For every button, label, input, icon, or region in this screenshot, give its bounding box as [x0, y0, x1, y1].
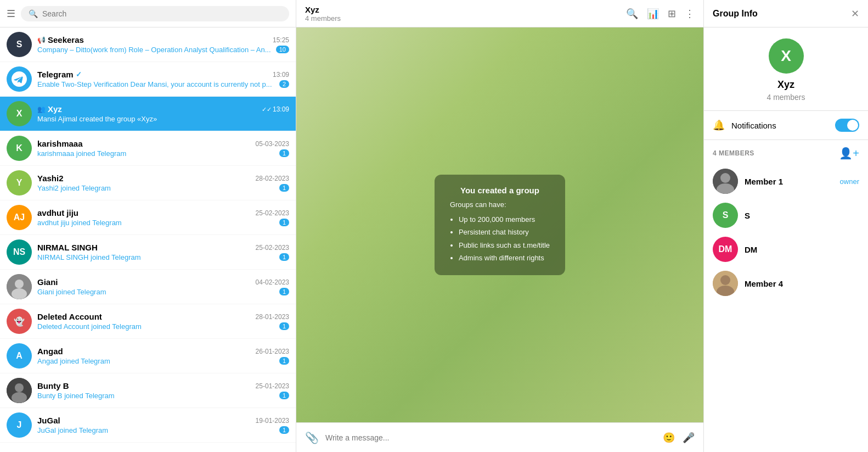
svg-point-2	[12, 288, 27, 299]
chat-item[interactable]: NS NIRMAL SINGH 25-02-2023 NIRMAL SINGH …	[0, 235, 296, 270]
chat-time-label: 05-03-2023	[256, 140, 289, 148]
chat-name: Telegram ✓	[37, 70, 82, 79]
group-members-count: 4 members	[766, 93, 805, 102]
search-icon[interactable]: 🔍	[626, 8, 638, 20]
avatar: J	[7, 412, 32, 438]
chat-name: Bunty B	[37, 381, 69, 390]
chat-name: NIRMAL SINGH	[37, 243, 98, 252]
add-member-button[interactable]: 👤+	[839, 147, 859, 160]
svg-point-4	[15, 383, 24, 392]
main-chat: Xyz 4 members 🔍 📊 ⊞ ⋮ You created a grou…	[296, 0, 703, 452]
chat-top: Bunty B 25-01-2023	[37, 381, 289, 390]
chat-item[interactable]: X 👥Xyz ✓✓13:09 Mansi Ajimal created the …	[0, 97, 296, 131]
avatar: NS	[7, 239, 32, 265]
info-box-item: Admins with different rights	[459, 252, 550, 264]
svg-point-1	[15, 280, 24, 288]
chat-name: Giani	[37, 277, 58, 287]
member-item[interactable]: DM DM	[704, 232, 868, 266]
chat-item[interactable]: K karishmaaa 05-03-2023 karishmaaa joine…	[0, 131, 296, 166]
chat-item[interactable]: 👻 Deleted Account 28-01-2023 Deleted Acc…	[0, 304, 296, 339]
unread-badge: 10	[276, 46, 289, 53]
chat-item[interactable]: Bunty B 25-01-2023 Bunty B joined Telegr…	[0, 373, 296, 408]
chat-preview: Mansi Ajimal created the group «Xyz»	[37, 115, 157, 123]
info-box-title: You created a group	[450, 186, 550, 195]
chat-info: avdhut jiju 25-02-2023 avdhut jiju joine…	[37, 208, 289, 227]
columns-icon[interactable]: ⊞	[668, 8, 676, 20]
chat-item[interactable]: A Angad 26-01-2023 Angad joined Telegram…	[0, 339, 296, 373]
svg-point-10	[720, 275, 730, 285]
chat-time-label: 28-01-2023	[256, 313, 289, 321]
chat-top: JuGal 19-01-2023	[37, 416, 289, 425]
chat-header: Xyz 4 members 🔍 📊 ⊞ ⋮	[296, 0, 703, 27]
member-avatar: S	[713, 203, 738, 228]
avatar	[7, 378, 32, 403]
chat-time: 28-02-2023	[256, 175, 289, 182]
chat-item[interactable]: AJ avdhut jiju 25-02-2023 avdhut jiju jo…	[0, 200, 296, 235]
member-item[interactable]: Member 1 owner	[704, 164, 868, 198]
unread-badge: 1	[279, 253, 289, 261]
chat-top: karishmaaa 05-03-2023	[37, 139, 289, 148]
chat-header-sub: 4 members	[305, 14, 619, 23]
chat-name: Yashi2	[37, 174, 64, 183]
chat-time: 13:09	[273, 105, 289, 113]
search-input[interactable]	[42, 9, 281, 18]
avatar: X	[7, 101, 32, 126]
chat-time-label: 15:25	[273, 36, 289, 44]
chat-preview: Yashi2 joined Telegram	[37, 184, 111, 192]
members-list: Member 1 owner S S DM DM Member 4	[704, 164, 868, 300]
chat-item[interactable]: J JuGal 19-01-2023 JuGal joined Telegram…	[0, 408, 296, 443]
avatar	[7, 274, 32, 299]
chat-top: Telegram ✓ 13:09	[37, 70, 289, 79]
info-box-item: Persistent chat history	[459, 226, 550, 238]
group-profile: X Xyz 4 members	[704, 27, 868, 111]
chat-preview: Bunty B joined Telegram	[37, 392, 115, 400]
chat-info: JuGal 19-01-2023 JuGal joined Telegram 1	[37, 416, 289, 434]
svg-point-7	[720, 173, 730, 183]
chat-time: 15:25	[273, 36, 289, 44]
member-item[interactable]: S S	[704, 198, 868, 232]
attach-icon[interactable]: 📎	[305, 431, 319, 444]
input-icons: 🙂 🎤	[663, 432, 695, 444]
message-input[interactable]	[325, 433, 656, 442]
member-name: Member 1	[745, 177, 833, 186]
chat-name: 👥Xyz	[37, 104, 62, 114]
chat-info: 📢Seekeras 15:25 Company – Ditto(work fro…	[37, 35, 289, 54]
chat-time-label: ✓✓13:09	[262, 105, 289, 113]
chat-name: Deleted Account	[37, 312, 102, 321]
close-button[interactable]: ✕	[851, 8, 859, 20]
avatar: K	[7, 136, 32, 161]
chat-name: karishmaaa	[37, 139, 83, 148]
chat-item[interactable]: S 📢Seekeras 15:25 Company – Ditto(work f…	[0, 27, 296, 62]
notifications-toggle[interactable]	[835, 119, 859, 132]
chat-input-area: 📎 🙂 🎤	[296, 422, 703, 452]
group-name: Xyz	[777, 79, 794, 91]
menu-icon[interactable]: ☰	[7, 8, 15, 20]
poll-icon[interactable]: 📊	[647, 8, 659, 20]
chat-time-label: 25-02-2023	[256, 209, 289, 217]
unread-badge: 1	[279, 426, 289, 434]
chat-time-label: 04-02-2023	[256, 278, 289, 286]
chat-time: 25-01-2023	[256, 382, 289, 390]
unread-badge: 1	[279, 184, 289, 192]
notifications-row: 🔔 Notifications	[704, 111, 868, 140]
double-check-icon: ✓✓	[262, 106, 272, 113]
avatar: AJ	[7, 205, 32, 230]
member-item[interactable]: Member 4	[704, 266, 868, 300]
unread-badge: 1	[279, 322, 289, 330]
more-icon[interactable]: ⋮	[685, 8, 695, 20]
chat-preview: karishmaaa joined Telegram	[37, 149, 126, 158]
chat-info: Telegram ✓ 13:09 Enable Two-Step Verific…	[37, 70, 289, 88]
chat-item[interactable]: Giani 04-02-2023 Giani joined Telegram 1	[0, 270, 296, 304]
unread-badge: 1	[279, 149, 289, 157]
chat-background: You created a group Groups can have: Up …	[296, 27, 703, 422]
members-count-label: 4 MEMBERS	[713, 149, 754, 157]
voice-icon[interactable]: 🎤	[683, 432, 695, 444]
chat-item[interactable]: Telegram ✓ 13:09 Enable Two-Step Verific…	[0, 62, 296, 97]
chat-header-name: Xyz	[305, 5, 619, 14]
emoji-icon[interactable]: 🙂	[663, 432, 675, 444]
chat-time: 04-02-2023	[256, 278, 289, 286]
search-bar[interactable]: 🔍	[21, 6, 289, 21]
chat-name: Angad	[37, 347, 63, 356]
chat-item[interactable]: Y Yashi2 28-02-2023 Yashi2 joined Telegr…	[0, 166, 296, 200]
chat-header-info[interactable]: Xyz 4 members	[305, 5, 619, 23]
